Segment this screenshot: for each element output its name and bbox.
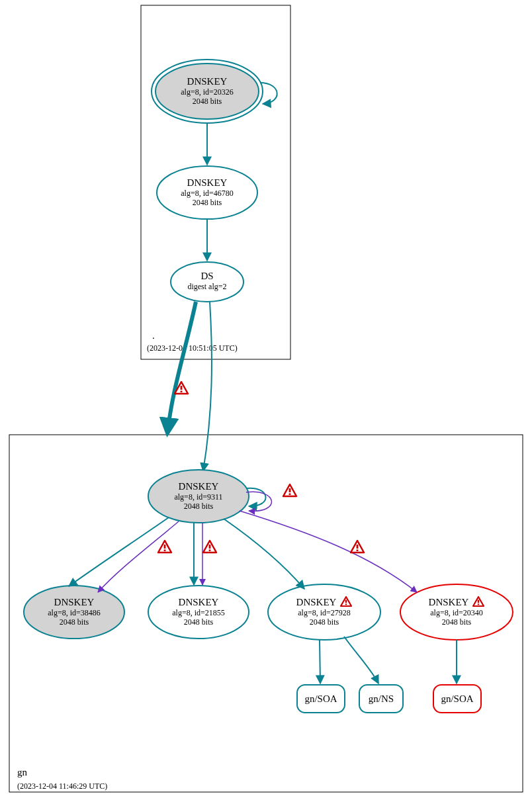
edge-ds-to-gn-ksk [203,302,212,471]
svg-rect-25 [164,550,166,552]
edge-k3-rr2 [344,637,378,684]
svg-text:DS: DS [200,271,213,281]
svg-rect-18 [289,488,291,492]
warning-icon [351,541,364,553]
svg-text:alg=8, id=20340: alg=8, id=20340 [430,608,483,617]
node-root-ksk: DNSKEY alg=8, id=20326 2048 bits [152,60,263,123]
node-gn-key-21855: DNSKEY alg=8, id=21855 2048 bits [148,586,249,639]
svg-rect-19 [289,494,291,496]
svg-text:alg=8, id=46780: alg=8, id=46780 [181,189,234,198]
svg-text:digest alg=2: digest alg=2 [187,282,226,291]
svg-text:2048 bits: 2048 bits [60,617,89,627]
svg-text:gn/NS: gn/NS [369,693,394,704]
edge-gn-ksk-self-purple [246,492,271,511]
svg-rect-40 [478,600,479,603]
svg-text:2048 bits: 2048 bits [184,502,214,511]
node-gn-key-38486: DNSKEY alg=8, id=38486 2048 bits [24,586,124,639]
svg-rect-34 [345,600,347,603]
svg-text:gn/SOA: gn/SOA [304,693,337,704]
svg-text:DNSKEY: DNSKEY [296,597,337,607]
svg-text:DNSKEY: DNSKEY [179,481,219,492]
svg-text:DNSKEY: DNSKEY [179,597,219,607]
node-rr-gn-soa-2: gn/SOA [433,685,481,713]
zone-label-gn: gn [17,767,28,777]
edge-k3-rr1 [320,640,320,684]
edge-gn-ksk-k3-teal [224,519,304,589]
svg-text:alg=8, id=21855: alg=8, id=21855 [172,608,225,617]
node-gn-key-20340: DNSKEY alg=8, id=20340 2048 bits [400,584,513,640]
svg-rect-35 [345,603,347,605]
svg-rect-41 [478,603,479,605]
svg-text:2048 bits: 2048 bits [193,198,222,207]
zone-timestamp-root: (2023-12-04 10:51:05 UTC) [147,343,238,353]
svg-text:DNSKEY: DNSKEY [429,597,469,607]
svg-rect-31 [209,550,211,552]
svg-rect-13 [181,391,183,393]
svg-text:DNSKEY: DNSKEY [187,177,228,188]
node-rr-gn-ns: gn/NS [359,685,403,713]
svg-rect-24 [164,545,166,549]
edge-zone-root-to-gn [167,302,196,433]
warning-icon [158,541,171,553]
node-gn-ksk: DNSKEY alg=8, id=9311 2048 bits [148,470,249,523]
svg-text:2048 bits: 2048 bits [193,97,222,106]
zone-timestamp-gn: (2023-12-04 11:46:29 UTC) [17,781,107,791]
node-root-ds: DS digest alg=2 [171,262,244,302]
node-rr-gn-soa-1: gn/SOA [297,685,345,713]
svg-text:alg=8, id=9311: alg=8, id=9311 [174,492,222,502]
node-gn-key-27928: DNSKEY alg=8, id=27928 2048 bits [268,584,380,640]
svg-text:2048 bits: 2048 bits [184,617,214,627]
svg-text:alg=8, id=27928: alg=8, id=27928 [298,608,351,617]
svg-text:2048 bits: 2048 bits [442,617,472,627]
svg-text:gn/SOA: gn/SOA [441,693,473,704]
warning-icon [203,541,216,553]
svg-text:DNSKEY: DNSKEY [54,597,95,607]
svg-text:2048 bits: 2048 bits [310,617,339,627]
zone-label-root: . [152,330,155,341]
svg-text:alg=8, id=20326: alg=8, id=20326 [181,87,234,97]
svg-rect-30 [209,545,211,549]
svg-rect-44 [357,545,359,549]
warning-icon [283,484,296,496]
node-root-zsk: DNSKEY alg=8, id=46780 2048 bits [157,166,257,219]
svg-rect-12 [181,386,183,390]
svg-text:DNSKEY: DNSKEY [187,76,228,87]
svg-rect-45 [357,550,359,552]
edge-gn-ksk-k1-teal [69,517,169,586]
svg-text:alg=8, id=38486: alg=8, id=38486 [48,608,101,617]
